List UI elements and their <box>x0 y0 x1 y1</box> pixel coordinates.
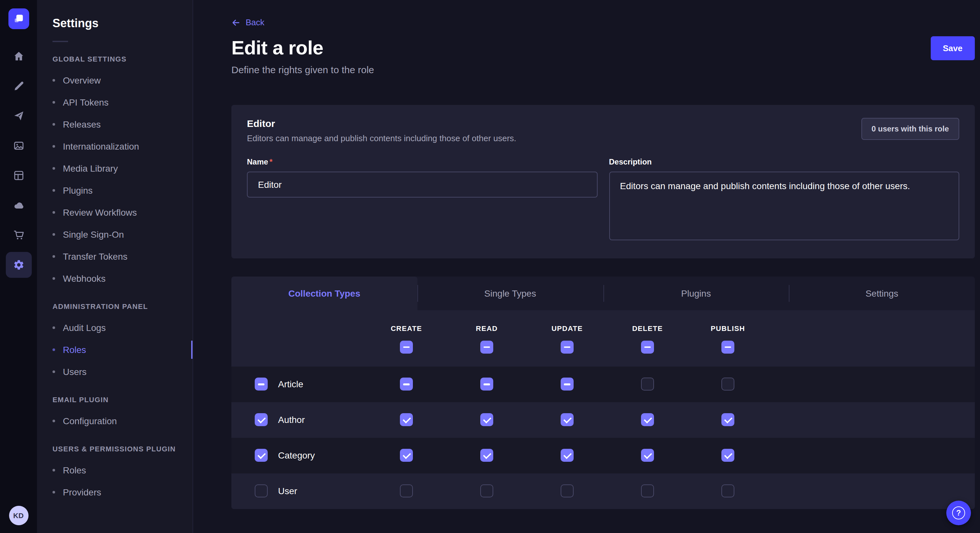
user-avatar[interactable]: KD <box>9 506 28 525</box>
app-window: KD Settings GLOBAL SETTINGS Overview API… <box>0 0 980 533</box>
tab-settings[interactable]: Settings <box>789 276 975 310</box>
checkbox-user[interactable] <box>255 484 268 497</box>
sidebar-item-roles[interactable]: Roles <box>37 339 192 361</box>
cart-icon <box>13 229 24 241</box>
sidebar-item-label: Transfer Tokens <box>63 251 127 262</box>
nav-settings-button[interactable] <box>5 252 32 278</box>
nav-rail: KD <box>0 0 37 533</box>
checkbox-article-create[interactable] <box>400 378 413 390</box>
sidebar-item-overview[interactable]: Overview <box>37 69 192 91</box>
save-button[interactable]: Save <box>931 36 975 60</box>
help-button[interactable]: ? <box>946 501 971 525</box>
tab-plugins[interactable]: Plugins <box>603 276 789 310</box>
checkbox-author-publish[interactable] <box>721 413 734 426</box>
column-header-delete: DELETE <box>632 324 663 332</box>
sidebar-item-users[interactable]: Users <box>37 361 192 383</box>
sidebar-item-label: Review Workflows <box>63 207 137 217</box>
nav-home-button[interactable] <box>5 43 32 69</box>
sidebar-item-internationalization[interactable]: Internationalization <box>37 135 192 157</box>
nav-content-manager-button[interactable] <box>5 73 32 99</box>
checkbox-article-delete[interactable] <box>641 378 654 390</box>
checkbox-category[interactable] <box>255 449 268 462</box>
sidebar-item-label: Overview <box>63 75 101 86</box>
checkbox-select-all-update[interactable] <box>561 340 574 353</box>
checkbox-author-delete[interactable] <box>641 413 654 426</box>
checkbox-select-all-read[interactable] <box>480 340 493 353</box>
sidebar-item-providers[interactable]: Providers <box>37 481 192 503</box>
section-label-global-settings: GLOBAL SETTINGS <box>37 42 192 69</box>
cloud-icon <box>13 200 24 211</box>
checkbox-author-read[interactable] <box>480 413 493 426</box>
sidebar-item-transfer-tokens[interactable]: Transfer Tokens <box>37 246 192 268</box>
sidebar-item-label: Single Sign-On <box>63 229 124 240</box>
checkbox-user-update[interactable] <box>561 484 574 497</box>
sidebar-item-single-sign-on[interactable]: Single Sign-On <box>37 224 192 246</box>
checkbox-select-all-delete[interactable] <box>641 340 654 353</box>
checkbox-author-update[interactable] <box>561 413 574 426</box>
checkbox-author[interactable] <box>255 413 268 426</box>
sidebar-item-api-tokens[interactable]: API Tokens <box>37 91 192 113</box>
checkbox-author-create[interactable] <box>400 413 413 426</box>
checkbox-user-read[interactable] <box>480 484 493 497</box>
checkbox-select-all-create[interactable] <box>400 340 413 353</box>
nav-media-library-button[interactable] <box>5 133 32 159</box>
checkbox-category-create[interactable] <box>400 449 413 462</box>
sidebar-item-audit-logs[interactable]: Audit Logs <box>37 317 192 339</box>
page-title: Edit a role <box>231 37 323 59</box>
checkbox-article-read[interactable] <box>480 378 493 390</box>
content-manager-icon <box>13 80 24 92</box>
sidebar-item-releases[interactable]: Releases <box>37 113 192 135</box>
section-label-users-permissions-plugin: USERS & PERMISSIONS PLUGIN <box>37 432 192 459</box>
nav-releases-button[interactable] <box>5 103 32 129</box>
checkbox-category-delete[interactable] <box>641 449 654 462</box>
sidebar-item-label: Audit Logs <box>63 322 106 333</box>
sidebar-item-plugins[interactable]: Plugins <box>37 179 192 201</box>
page-subtitle: Define the rights given to the role <box>231 64 975 75</box>
home-icon <box>13 51 24 62</box>
permission-row-article: Article <box>231 366 975 402</box>
checkbox-category-publish[interactable] <box>721 449 734 462</box>
checkbox-user-publish[interactable] <box>721 484 734 497</box>
users-count-badge[interactable]: 0 users with this role <box>861 117 959 140</box>
sidebar-item-configuration[interactable]: Configuration <box>37 410 192 432</box>
checkbox-select-all-publish[interactable] <box>721 340 734 353</box>
checkbox-article[interactable] <box>255 378 268 390</box>
bullet-icon <box>52 255 55 258</box>
row-label-article: Article <box>278 379 303 389</box>
name-input[interactable] <box>247 171 597 197</box>
sidebar-item-label: Users <box>63 366 86 377</box>
checkbox-user-delete[interactable] <box>641 484 654 497</box>
paper-plane-icon <box>13 110 24 122</box>
checkbox-article-update[interactable] <box>561 378 574 390</box>
sidebar-item-up-roles[interactable]: Roles <box>37 459 192 481</box>
tab-single-types[interactable]: Single Types <box>417 276 603 310</box>
checkbox-article-publish[interactable] <box>721 378 734 390</box>
checkbox-category-update[interactable] <box>561 449 574 462</box>
back-link[interactable]: Back <box>231 17 264 27</box>
permissions-panel: CREATE READ UPDATE DELETE PUBLISH Articl… <box>231 310 975 509</box>
permission-row-user: User <box>231 473 975 509</box>
role-name-heading: Editor <box>247 117 516 128</box>
nav-marketplace-button[interactable] <box>5 222 32 248</box>
column-header-read: READ <box>476 324 498 332</box>
tab-collection-types[interactable]: Collection Types <box>231 276 417 310</box>
nav-content-type-builder-button[interactable] <box>5 163 32 189</box>
section-label-administration-panel: ADMINISTRATION PANEL <box>37 289 192 317</box>
sidebar-item-webhooks[interactable]: Webhooks <box>37 268 192 289</box>
back-arrow-icon <box>231 18 240 27</box>
bullet-icon <box>52 189 55 192</box>
name-field-label: Name* <box>247 157 597 166</box>
strapi-logo[interactable] <box>8 8 29 29</box>
description-input[interactable]: Editors can manage and publish contents … <box>609 171 959 240</box>
permissions-header: CREATE READ UPDATE DELETE PUBLISH <box>231 310 975 366</box>
name-label-text: Name <box>247 157 268 166</box>
media-library-icon <box>13 140 24 152</box>
permissions-tabs: Collection Types Single Types Plugins Se… <box>231 276 975 310</box>
nav-cloud-button[interactable] <box>5 192 32 218</box>
bullet-icon <box>52 233 55 236</box>
sidebar-item-review-workflows[interactable]: Review Workflows <box>37 201 192 224</box>
checkbox-category-read[interactable] <box>480 449 493 462</box>
sidebar-item-media-library[interactable]: Media Library <box>37 157 192 179</box>
checkbox-user-create[interactable] <box>400 484 413 497</box>
section-label-email-plugin: EMAIL PLUGIN <box>37 383 192 410</box>
